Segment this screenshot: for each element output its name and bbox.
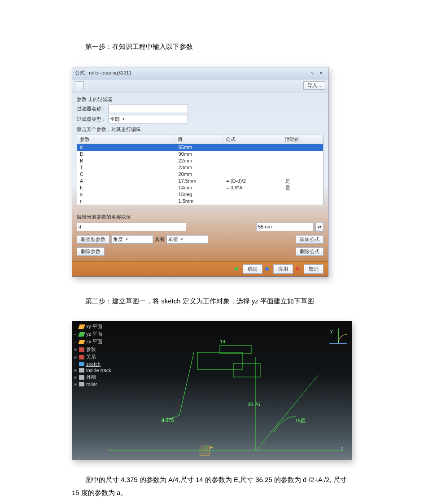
edit-name-input[interactable] (77, 223, 186, 231)
edit-value-input[interactable] (256, 223, 314, 231)
table-row[interactable]: d55mm (77, 144, 323, 151)
new-type-select-value: 角度 (113, 236, 123, 243)
step2-heading: 第二步：建立草图一，将 sketch 定义为工作对象，选择 yz 平面建立如下草… (72, 295, 352, 308)
svg-rect-6 (197, 352, 242, 369)
status-dot-green (235, 267, 238, 271)
filter-toolbar-icon[interactable] (75, 81, 84, 90)
dim-top: 14 (220, 339, 225, 344)
table-header-row: 参数 值 公式 活动的 (77, 135, 323, 144)
dimension-notes: 图中的尺寸 4.375 的参数为 A/4,尺寸 14 的参数为 E,尺寸 36.… (72, 473, 352, 499)
cancel-button[interactable]: 取消 (304, 264, 323, 274)
axis-y-label: y (330, 328, 333, 333)
table-row[interactable]: C20mm (77, 171, 323, 178)
col-param[interactable]: 参数 (77, 135, 175, 144)
status-dot-red (296, 267, 299, 271)
svg-line-3 (179, 352, 194, 415)
axis-z-label: z (341, 446, 344, 451)
filter-name-input[interactable] (108, 105, 188, 113)
value-spinner[interactable]: ▴▾ (315, 222, 323, 232)
filter-group-label: 参数 上的过滤器 (77, 95, 323, 105)
add-formula-button[interactable]: 添加公式 (296, 235, 323, 244)
edit-group-label: 编辑当前参数的名称或值 (77, 213, 323, 222)
table-row[interactable]: D90mm (77, 151, 323, 158)
parameter-table[interactable]: 参数 值 公式 活动的 d55mmD90mmB22mmT23mmC20mmA17… (77, 135, 323, 205)
filter-type-label: 过滤器类型： (77, 116, 108, 123)
cad-viewport[interactable]: –xy 平面 –yz 平面 –zx 平面 ⊕参数 ⊕关系 –sketch ⊕in… (72, 321, 352, 460)
with-value-select-value: 单值 (168, 236, 178, 243)
table-row[interactable]: A17.5mm= (D-d)/2是 (77, 178, 323, 184)
apply-button[interactable]: 应用 (273, 264, 293, 274)
col-formula[interactable]: 公式 (223, 135, 282, 144)
new-type-param-button[interactable]: 新类型参数 (77, 235, 109, 244)
filter-type-value: 全部 (110, 116, 120, 123)
dialog-titlebar[interactable]: 公式 : roller-bearing32211 ? ✕ (72, 67, 328, 79)
table-row[interactable]: E14mm= 0.8*A是 (77, 184, 323, 191)
help-button[interactable]: ? (308, 70, 316, 76)
table-row[interactable]: r1.5mm (77, 198, 323, 205)
filter-type-select[interactable]: 全部 (108, 115, 188, 123)
with-value-select[interactable]: 单值 (166, 235, 208, 244)
table-hint-label: 双击某个参数，对其进行编辑 (77, 125, 323, 135)
origin-marker (200, 446, 210, 456)
formula-dialog: 公式 : roller-bearing32211 ? ✕ 导入... 参数 上的… (72, 67, 328, 277)
status-dot-blue (265, 267, 269, 271)
dialog-footer: 确定 应用 取消 (72, 261, 328, 276)
table-row[interactable]: B22mm (77, 158, 323, 164)
sketch-canvas (72, 321, 352, 460)
step1-heading: 第一步：在知识工程中输入以下参数 (72, 40, 352, 53)
svg-line-4 (257, 375, 319, 450)
dialog-toolbar: 导入... (72, 79, 328, 92)
col-value[interactable]: 值 (175, 135, 223, 144)
dim-mid: 36.25 (248, 402, 260, 407)
col-active[interactable]: 活动的 (282, 135, 308, 144)
dim-h-marker: H (210, 445, 214, 450)
new-type-select[interactable]: 角度 (111, 235, 153, 244)
filter-name-label: 过滤器名称： (77, 105, 108, 112)
ok-button[interactable]: 确定 (243, 264, 262, 274)
with-label: 具有 (155, 236, 165, 243)
table-row[interactable]: T23mm (77, 164, 323, 171)
svg-rect-8 (233, 364, 260, 377)
close-icon[interactable]: ✕ (317, 70, 325, 76)
delete-formula-button[interactable]: 删除公式 (296, 247, 323, 256)
dim-angle: 15度 (295, 417, 306, 424)
dialog-title: 公式 : roller-bearing32211 (75, 70, 132, 76)
import-button[interactable]: 导入... (303, 81, 325, 90)
dim-left: 4.375 (162, 417, 174, 423)
table-row[interactable]: a15deg (77, 191, 323, 198)
delete-param-button[interactable]: 删除参数 (77, 247, 105, 256)
